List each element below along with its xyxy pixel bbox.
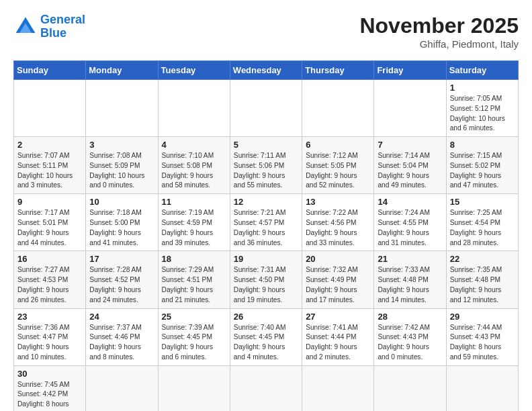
day-cell: 30Sunrise: 7:45 AM Sunset: 4:42 PM Dayli… bbox=[14, 365, 86, 411]
month-year: November 2025 bbox=[359, 13, 519, 38]
day-number: 29 bbox=[450, 312, 515, 322]
day-info: Sunrise: 7:29 AM Sunset: 4:51 PM Dayligh… bbox=[162, 265, 226, 305]
day-info: Sunrise: 7:21 AM Sunset: 4:57 PM Dayligh… bbox=[234, 208, 298, 248]
day-cell: 19Sunrise: 7:31 AM Sunset: 4:50 PM Dayli… bbox=[230, 251, 302, 308]
day-number: 30 bbox=[17, 369, 82, 379]
day-cell: 29Sunrise: 7:44 AM Sunset: 4:43 PM Dayli… bbox=[446, 308, 518, 365]
day-cell: 3Sunrise: 7:08 AM Sunset: 5:09 PM Daylig… bbox=[86, 137, 158, 194]
day-number: 4 bbox=[162, 140, 226, 150]
day-cell: 8Sunrise: 7:15 AM Sunset: 5:02 PM Daylig… bbox=[446, 137, 518, 194]
logo-icon bbox=[13, 15, 38, 39]
day-info: Sunrise: 7:14 AM Sunset: 5:04 PM Dayligh… bbox=[378, 151, 442, 191]
title-block: November 2025 Ghiffa, Piedmont, Italy bbox=[359, 13, 519, 50]
day-cell bbox=[158, 365, 230, 411]
day-cell: 21Sunrise: 7:33 AM Sunset: 4:48 PM Dayli… bbox=[374, 251, 446, 308]
day-info: Sunrise: 7:25 AM Sunset: 4:54 PM Dayligh… bbox=[450, 208, 515, 248]
page-header: General Blue November 2025 Ghiffa, Piedm… bbox=[13, 13, 519, 50]
day-info: Sunrise: 7:36 AM Sunset: 4:47 PM Dayligh… bbox=[17, 323, 82, 363]
day-cell bbox=[230, 365, 302, 411]
day-cell: 11Sunrise: 7:19 AM Sunset: 4:59 PM Dayli… bbox=[158, 194, 230, 251]
day-cell bbox=[230, 80, 302, 137]
day-number: 3 bbox=[89, 140, 154, 150]
logo-line1: General bbox=[40, 13, 85, 26]
day-cell: 14Sunrise: 7:24 AM Sunset: 4:55 PM Dayli… bbox=[374, 194, 446, 251]
day-info: Sunrise: 7:07 AM Sunset: 5:11 PM Dayligh… bbox=[17, 151, 82, 191]
day-info: Sunrise: 7:41 AM Sunset: 4:44 PM Dayligh… bbox=[306, 323, 370, 363]
day-number: 26 bbox=[234, 312, 298, 322]
week-row-2: 2Sunrise: 7:07 AM Sunset: 5:11 PM Daylig… bbox=[14, 137, 519, 194]
day-info: Sunrise: 7:11 AM Sunset: 5:06 PM Dayligh… bbox=[234, 151, 298, 191]
weekday-header-tuesday: Tuesday bbox=[158, 61, 230, 80]
day-number: 16 bbox=[17, 254, 82, 264]
day-info: Sunrise: 7:28 AM Sunset: 4:52 PM Dayligh… bbox=[89, 265, 154, 305]
day-number: 6 bbox=[306, 140, 370, 150]
day-cell: 22Sunrise: 7:35 AM Sunset: 4:48 PM Dayli… bbox=[446, 251, 518, 308]
day-info: Sunrise: 7:17 AM Sunset: 5:01 PM Dayligh… bbox=[17, 208, 82, 248]
weekday-header-monday: Monday bbox=[86, 61, 158, 80]
day-number: 7 bbox=[378, 140, 442, 150]
day-cell bbox=[14, 80, 86, 137]
day-number: 19 bbox=[234, 254, 298, 264]
day-info: Sunrise: 7:15 AM Sunset: 5:02 PM Dayligh… bbox=[450, 151, 515, 191]
day-cell: 10Sunrise: 7:18 AM Sunset: 5:00 PM Dayli… bbox=[86, 194, 158, 251]
day-number: 20 bbox=[306, 254, 370, 264]
day-number: 12 bbox=[234, 197, 298, 207]
day-info: Sunrise: 7:37 AM Sunset: 4:46 PM Dayligh… bbox=[89, 323, 154, 363]
day-info: Sunrise: 7:24 AM Sunset: 4:55 PM Dayligh… bbox=[378, 208, 442, 248]
day-info: Sunrise: 7:44 AM Sunset: 4:43 PM Dayligh… bbox=[450, 323, 515, 363]
day-cell: 15Sunrise: 7:25 AM Sunset: 4:54 PM Dayli… bbox=[446, 194, 518, 251]
logo-line2: Blue bbox=[40, 26, 66, 40]
day-cell: 24Sunrise: 7:37 AM Sunset: 4:46 PM Dayli… bbox=[86, 308, 158, 365]
day-number: 22 bbox=[450, 254, 515, 264]
calendar-body: 1Sunrise: 7:05 AM Sunset: 5:12 PM Daylig… bbox=[14, 80, 519, 412]
day-cell bbox=[446, 365, 518, 411]
day-info: Sunrise: 7:12 AM Sunset: 5:05 PM Dayligh… bbox=[306, 151, 370, 191]
day-cell bbox=[158, 80, 230, 137]
day-cell: 18Sunrise: 7:29 AM Sunset: 4:51 PM Dayli… bbox=[158, 251, 230, 308]
day-cell: 1Sunrise: 7:05 AM Sunset: 5:12 PM Daylig… bbox=[446, 80, 518, 137]
day-cell: 5Sunrise: 7:11 AM Sunset: 5:06 PM Daylig… bbox=[230, 137, 302, 194]
day-number: 25 bbox=[162, 312, 226, 322]
day-number: 8 bbox=[450, 140, 515, 150]
day-number: 1 bbox=[450, 83, 515, 93]
day-info: Sunrise: 7:05 AM Sunset: 5:12 PM Dayligh… bbox=[450, 94, 515, 134]
day-cell: 16Sunrise: 7:27 AM Sunset: 4:53 PM Dayli… bbox=[14, 251, 86, 308]
weekday-header-saturday: Saturday bbox=[446, 61, 518, 80]
day-cell: 27Sunrise: 7:41 AM Sunset: 4:44 PM Dayli… bbox=[302, 308, 374, 365]
day-info: Sunrise: 7:42 AM Sunset: 4:43 PM Dayligh… bbox=[378, 323, 442, 363]
weekday-header-wednesday: Wednesday bbox=[230, 61, 302, 80]
weekday-header-sunday: Sunday bbox=[14, 61, 86, 80]
day-number: 15 bbox=[450, 197, 515, 207]
day-number: 10 bbox=[89, 197, 154, 207]
day-number: 5 bbox=[234, 140, 298, 150]
day-cell: 4Sunrise: 7:10 AM Sunset: 5:08 PM Daylig… bbox=[158, 137, 230, 194]
calendar: SundayMondayTuesdayWednesdayThursdayFrid… bbox=[13, 60, 519, 411]
day-number: 23 bbox=[17, 312, 82, 322]
day-info: Sunrise: 7:22 AM Sunset: 4:56 PM Dayligh… bbox=[306, 208, 370, 248]
day-cell: 25Sunrise: 7:39 AM Sunset: 4:45 PM Dayli… bbox=[158, 308, 230, 365]
day-cell: 28Sunrise: 7:42 AM Sunset: 4:43 PM Dayli… bbox=[374, 308, 446, 365]
week-row-1: 1Sunrise: 7:05 AM Sunset: 5:12 PM Daylig… bbox=[14, 80, 519, 137]
day-info: Sunrise: 7:40 AM Sunset: 4:45 PM Dayligh… bbox=[234, 323, 298, 363]
day-number: 9 bbox=[17, 197, 82, 207]
day-cell: 9Sunrise: 7:17 AM Sunset: 5:01 PM Daylig… bbox=[14, 194, 86, 251]
day-number: 14 bbox=[378, 197, 442, 207]
week-row-6: 30Sunrise: 7:45 AM Sunset: 4:42 PM Dayli… bbox=[14, 365, 519, 411]
day-cell bbox=[374, 365, 446, 411]
day-info: Sunrise: 7:08 AM Sunset: 5:09 PM Dayligh… bbox=[89, 151, 154, 191]
day-cell: 12Sunrise: 7:21 AM Sunset: 4:57 PM Dayli… bbox=[230, 194, 302, 251]
day-info: Sunrise: 7:39 AM Sunset: 4:45 PM Dayligh… bbox=[162, 323, 226, 363]
week-row-5: 23Sunrise: 7:36 AM Sunset: 4:47 PM Dayli… bbox=[14, 308, 519, 365]
day-info: Sunrise: 7:19 AM Sunset: 4:59 PM Dayligh… bbox=[162, 208, 226, 248]
day-info: Sunrise: 7:35 AM Sunset: 4:48 PM Dayligh… bbox=[450, 265, 515, 305]
day-cell bbox=[302, 365, 374, 411]
day-cell: 2Sunrise: 7:07 AM Sunset: 5:11 PM Daylig… bbox=[14, 137, 86, 194]
day-number: 18 bbox=[162, 254, 226, 264]
day-cell: 23Sunrise: 7:36 AM Sunset: 4:47 PM Dayli… bbox=[14, 308, 86, 365]
day-cell: 7Sunrise: 7:14 AM Sunset: 5:04 PM Daylig… bbox=[374, 137, 446, 194]
day-cell bbox=[86, 80, 158, 137]
day-info: Sunrise: 7:32 AM Sunset: 4:49 PM Dayligh… bbox=[306, 265, 370, 305]
weekday-header-thursday: Thursday bbox=[302, 61, 374, 80]
day-cell: 13Sunrise: 7:22 AM Sunset: 4:56 PM Dayli… bbox=[302, 194, 374, 251]
day-number: 27 bbox=[306, 312, 370, 322]
